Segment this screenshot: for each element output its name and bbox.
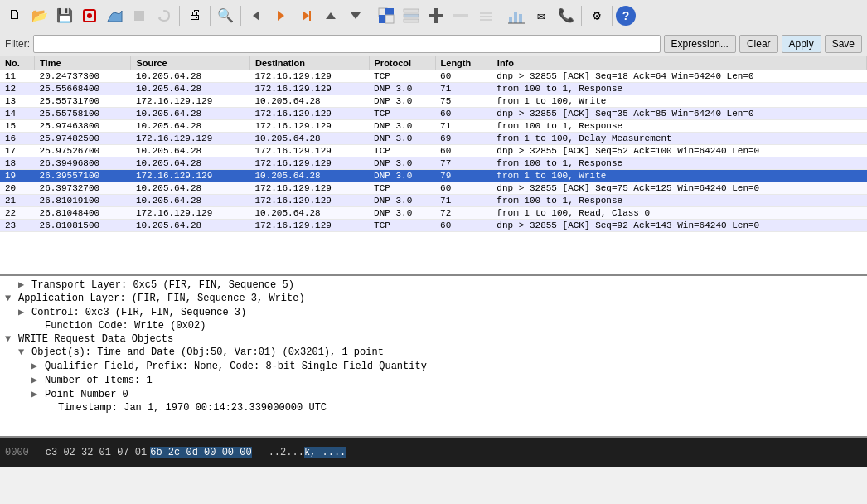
packet-cell-info: dnp > 32855 [ACK] Seq=92 Ack=143 Win=642… [492, 220, 866, 232]
find-icon[interactable]: 🔍 [214, 4, 237, 27]
table-row[interactable]: 2126.8101910010.205.64.28172.16.129.129D… [0, 195, 867, 207]
detail-line[interactable]: ▼WRITE Request Data Objects [2, 332, 865, 346]
detail-toggle-icon[interactable]: ▶ [31, 374, 41, 386]
new-capture-icon[interactable]: 🗋 [3, 4, 27, 27]
svg-marker-9 [351, 12, 361, 19]
col-protocol[interactable]: Protocol [369, 56, 435, 70]
filter-input[interactable] [33, 35, 661, 53]
open-icon[interactable]: 📂 [28, 4, 51, 27]
save-button[interactable]: Save [825, 35, 862, 53]
zoom-normal-icon[interactable] [474, 4, 497, 27]
detail-text: Qualifier Field, Prefix: None, Code: 8-b… [45, 361, 427, 372]
packet-cell-time: 25.97463800 [35, 120, 131, 133]
packet-cell-source: 10.205.64.28 [131, 70, 250, 83]
detail-line[interactable]: ▶Number of Items: 1 [2, 373, 865, 387]
table-row[interactable]: 1525.9746380010.205.64.28172.16.129.129D… [0, 120, 867, 133]
hex-ascii-selected: k, .... [304, 447, 346, 458]
packet-cell-no: 14 [0, 108, 35, 120]
packet-cell-proto: TCP [369, 145, 435, 158]
detail-toggle-icon[interactable]: ▼ [18, 346, 28, 358]
go-up-icon[interactable] [319, 4, 342, 27]
go-back-icon[interactable] [245, 4, 268, 27]
svg-marker-6 [303, 11, 309, 21]
packet-cell-dest: 172.16.129.129 [249, 145, 369, 158]
detail-text: Point Number 0 [45, 389, 128, 400]
restart-icon[interactable] [153, 4, 176, 27]
packet-cell-time: 26.39496800 [35, 158, 131, 170]
clear-button[interactable]: Clear [739, 35, 778, 53]
detail-line[interactable]: ▼Application Layer: (FIR, FIN, Sequence … [2, 292, 865, 305]
packet-cell-proto: TCP [369, 70, 435, 83]
detail-toggle-icon[interactable]: ▶ [18, 279, 28, 291]
detail-toggle-icon[interactable]: ▼ [5, 293, 15, 304]
go-to-first-icon[interactable] [294, 4, 317, 27]
detail-line: Function Code: Write (0x02) [2, 319, 865, 332]
table-row[interactable]: 1725.9752670010.205.64.28172.16.129.129T… [0, 145, 867, 158]
packet-cell-len: 60 [435, 70, 492, 83]
packet-cell-dest: 172.16.129.129 [249, 220, 369, 232]
packet-cell-no: 12 [0, 83, 35, 95]
apply-button[interactable]: Apply [782, 35, 821, 53]
table-row[interactable]: 1120.2473730010.205.64.28172.16.129.129T… [0, 70, 867, 83]
detail-toggle-icon[interactable]: ▶ [31, 388, 41, 400]
filter-label: Filter: [5, 38, 30, 50]
go-down-icon[interactable] [344, 4, 367, 27]
table-row[interactable]: 1225.5566840010.205.64.28172.16.129.129D… [0, 83, 867, 95]
svg-rect-14 [404, 9, 419, 12]
packet-cell-source: 10.205.64.28 [131, 120, 250, 133]
detail-text: Object(s): Time and Date (Obj:50, Var:01… [31, 346, 384, 358]
packet-cell-source: 10.205.64.28 [131, 145, 250, 158]
col-info[interactable]: Info [492, 56, 866, 70]
packet-cell-time: 25.55731700 [35, 95, 131, 108]
col-time[interactable]: Time [35, 56, 131, 70]
phone-icon[interactable]: 📞 [555, 4, 578, 27]
packet-cell-dest: 10.205.64.28 [249, 95, 369, 108]
detail-line[interactable]: ▶Point Number 0 [2, 387, 865, 401]
col-length[interactable]: Length [435, 56, 492, 70]
detail-toggle-icon[interactable]: ▼ [5, 333, 15, 345]
table-row[interactable]: 2026.3973270010.205.64.28172.16.129.129T… [0, 182, 867, 195]
table-row[interactable]: 1425.5575810010.205.64.28172.16.129.129T… [0, 108, 867, 120]
packet-list-icon[interactable] [400, 4, 423, 27]
packet-table: No. Time Source Destination Protocol Len… [0, 56, 867, 232]
save-icon[interactable]: 💾 [53, 4, 76, 27]
col-source[interactable]: Source [131, 56, 250, 70]
sep3 [240, 6, 241, 26]
packet-rows: 1120.2473730010.205.64.28172.16.129.129T… [0, 70, 867, 232]
packet-cell-no: 21 [0, 195, 35, 207]
table-row[interactable]: 1625.97482500172.16.129.12910.205.64.28D… [0, 133, 867, 145]
packet-cell-no: 16 [0, 133, 35, 145]
colorize-icon[interactable] [375, 4, 398, 27]
detail-line[interactable]: ▶Qualifier Field, Prefix: None, Code: 8-… [2, 359, 865, 373]
detail-toggle-icon[interactable]: ▶ [18, 306, 28, 318]
svg-point-1 [87, 13, 92, 18]
col-destination[interactable]: Destination [249, 56, 369, 70]
packet-cell-len: 60 [435, 220, 492, 232]
io-graph-icon[interactable] [505, 4, 528, 27]
detail-line[interactable]: ▶Control: 0xc3 (FIR, FIN, Sequence 3) [2, 305, 865, 319]
zoom-in-icon[interactable] [424, 4, 448, 27]
print-icon[interactable]: 🖨 [183, 4, 206, 27]
stop-icon[interactable] [128, 4, 151, 27]
shark-fin-icon[interactable] [103, 4, 126, 27]
packet-cell-no: 17 [0, 145, 35, 158]
col-no[interactable]: No. [0, 56, 35, 70]
settings-icon[interactable]: ⚙ [585, 4, 608, 27]
email-icon[interactable]: ✉ [530, 4, 553, 27]
table-row[interactable]: 1325.55731700172.16.129.12910.205.64.28D… [0, 95, 867, 108]
detail-line[interactable]: ▶Transport Layer: 0xc5 (FIR, FIN, Sequen… [2, 278, 865, 292]
go-forward-icon[interactable] [269, 4, 293, 27]
table-row[interactable]: 1826.3949680010.205.64.28172.16.129.129D… [0, 158, 867, 170]
hex-bytes: c3 02 32 01 07 01 6b 2c 0d 00 00 00 [46, 447, 252, 458]
table-row[interactable]: 2226.81048400172.16.129.12910.205.64.28D… [0, 207, 867, 220]
packet-cell-dest: 172.16.129.129 [249, 195, 369, 207]
table-row[interactable]: 1926.39557100172.16.129.12910.205.64.28D… [0, 170, 867, 182]
expression-button[interactable]: Expression... [664, 35, 736, 53]
zoom-out-icon[interactable] [449, 4, 472, 27]
detail-line[interactable]: ▼Object(s): Time and Date (Obj:50, Var:0… [2, 346, 865, 359]
table-row[interactable]: 2326.8108150010.205.64.28172.16.129.129T… [0, 220, 867, 232]
detail-toggle-icon[interactable]: ▶ [31, 360, 41, 372]
help-icon[interactable]: ? [616, 6, 636, 26]
sep4 [371, 6, 371, 26]
capture-options-icon[interactable] [78, 4, 101, 27]
